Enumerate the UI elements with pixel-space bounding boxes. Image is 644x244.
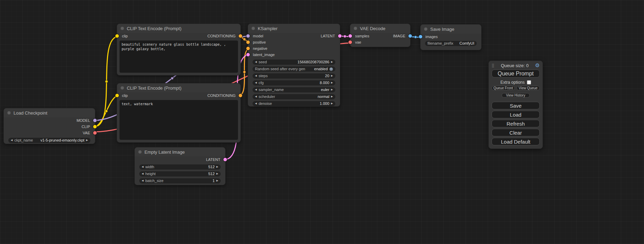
- input-port-clip[interactable]: [115, 94, 119, 97]
- load-button[interactable]: Load: [492, 111, 540, 118]
- queue-front-button[interactable]: Queue Front: [492, 86, 515, 90]
- widget-value[interactable]: 20: [325, 73, 329, 79]
- widget-filename-prefix[interactable]: filename_prefix ComfyUI: [425, 41, 477, 46]
- widget-scheduler[interactable]: ◀ scheduler normal ▶: [253, 94, 335, 99]
- node-header[interactable]: KSampler: [248, 24, 340, 33]
- node-vae-decode[interactable]: VAE Decode samples IMAGE vae: [350, 24, 411, 47]
- collapse-toggle-icon[interactable]: [121, 27, 124, 30]
- collapse-toggle-icon[interactable]: [252, 27, 255, 30]
- input-port-vae[interactable]: [349, 40, 352, 44]
- decrement-arrow-icon[interactable]: ◀: [255, 75, 257, 77]
- increment-arrow-icon[interactable]: ▶: [331, 102, 333, 105]
- increment-arrow-icon[interactable]: ▶: [331, 96, 333, 98]
- node-header[interactable]: CLIP Text Encode (Prompt): [117, 24, 240, 33]
- prompt-textarea[interactable]: beautiful scenery nature glass bottle la…: [120, 40, 238, 73]
- node-clip-text-encode-negative[interactable]: CLIP Text Encode (Prompt) clip CONDITION…: [117, 83, 241, 143]
- widget-sampler-name[interactable]: ◀ sampler_name euler ▶: [253, 87, 335, 92]
- decrement-arrow-icon[interactable]: ◀: [11, 139, 12, 142]
- graph-canvas[interactable]: Load Checkpoint MODEL CLIP VAE ◀ ckpt_na…: [0, 0, 644, 244]
- input-port-negative[interactable]: [246, 47, 250, 50]
- save-button[interactable]: Save: [492, 102, 540, 109]
- decrement-arrow-icon[interactable]: ◀: [255, 89, 257, 91]
- increment-arrow-icon[interactable]: ▶: [331, 89, 333, 91]
- increment-arrow-icon[interactable]: ▶: [217, 180, 218, 182]
- increment-arrow-icon[interactable]: ▶: [86, 139, 88, 142]
- view-queue-button[interactable]: View Queue: [517, 86, 540, 90]
- output-port-conditioning[interactable]: [239, 34, 242, 38]
- node-clip-text-encode-positive[interactable]: CLIP Text Encode (Prompt) clip CONDITION…: [117, 24, 241, 75]
- widget-value[interactable]: 512: [208, 164, 214, 170]
- increment-arrow-icon[interactable]: ▶: [217, 166, 218, 168]
- decrement-arrow-icon[interactable]: ◀: [255, 102, 257, 105]
- decrement-arrow-icon[interactable]: ◀: [142, 180, 143, 182]
- widget-random-seed-toggle[interactable]: Random seed after every gen enabled: [253, 66, 335, 72]
- node-save-image[interactable]: Save Image images filename_prefix ComfyU…: [420, 24, 482, 50]
- decrement-arrow-icon[interactable]: ◀: [142, 173, 143, 175]
- input-port-model[interactable]: [246, 34, 250, 38]
- collapse-toggle-icon[interactable]: [424, 27, 427, 31]
- queue-prompt-button[interactable]: Queue Prompt: [492, 70, 540, 78]
- node-header[interactable]: VAE Decode: [350, 24, 410, 33]
- toggle-knob-icon[interactable]: [329, 67, 333, 71]
- widget-seed[interactable]: ◀ seed 156680208700286 ▶: [253, 60, 335, 65]
- output-port-conditioning[interactable]: [239, 94, 242, 97]
- decrement-arrow-icon[interactable]: ◀: [142, 166, 143, 168]
- node-load-checkpoint[interactable]: Load Checkpoint MODEL CLIP VAE ◀ ckpt_na…: [3, 108, 95, 144]
- settings-gear-icon[interactable]: ⚙: [535, 63, 540, 68]
- collapse-toggle-icon[interactable]: [121, 86, 124, 90]
- decrement-arrow-icon[interactable]: ◀: [255, 82, 257, 84]
- node-header[interactable]: CLIP Text Encode (Prompt): [117, 83, 240, 92]
- drag-handle-icon[interactable]: ⣿: [492, 63, 494, 68]
- increment-arrow-icon[interactable]: ▶: [331, 82, 333, 84]
- widget-batch-size[interactable]: ◀ batch_size 1 ▶: [139, 178, 221, 183]
- collapse-toggle-icon[interactable]: [7, 111, 11, 115]
- decrement-arrow-icon[interactable]: ◀: [255, 61, 257, 63]
- widget-width[interactable]: ◀ width 512 ▶: [139, 164, 221, 170]
- input-port-images[interactable]: [419, 35, 422, 38]
- input-port-clip[interactable]: [115, 34, 119, 38]
- clear-button[interactable]: Clear: [492, 129, 540, 136]
- widget-denoise[interactable]: ◀ denoise 1.000 ▶: [253, 101, 335, 106]
- input-row-images: images: [421, 34, 481, 40]
- output-port-vae[interactable]: [93, 131, 97, 135]
- node-header[interactable]: Load Checkpoint: [4, 108, 95, 117]
- widget-value[interactable]: ComfyUI: [459, 41, 474, 46]
- increment-arrow-icon[interactable]: ▶: [331, 75, 333, 77]
- widget-value[interactable]: 1: [212, 178, 214, 183]
- node-empty-latent-image[interactable]: Empty Latent Image LATENT ◀ width 512 ▶ …: [134, 147, 226, 185]
- increment-arrow-icon[interactable]: ▶: [331, 61, 333, 63]
- node-header[interactable]: Empty Latent Image: [135, 147, 225, 156]
- output-port-image[interactable]: [408, 34, 412, 38]
- refresh-button[interactable]: Refresh: [492, 120, 540, 127]
- widget-value[interactable]: 156680208700286: [298, 60, 329, 65]
- widget-value[interactable]: normal: [318, 94, 329, 99]
- queue-panel-topbar[interactable]: ⣿ Queue size: 0 ⚙: [492, 63, 540, 68]
- widget-value[interactable]: enabled: [314, 66, 328, 72]
- decrement-arrow-icon[interactable]: ◀: [255, 96, 257, 98]
- node-header[interactable]: Save Image: [421, 25, 481, 34]
- output-port-latent[interactable]: [338, 34, 342, 38]
- widget-value[interactable]: 512: [208, 171, 214, 177]
- collapse-toggle-icon[interactable]: [138, 150, 142, 154]
- node-ksampler[interactable]: KSampler model LATENT positive negative …: [248, 24, 340, 107]
- input-port-latent-image[interactable]: [246, 53, 250, 56]
- widget-value[interactable]: 8.000: [320, 80, 329, 85]
- widget-height[interactable]: ◀ height 512 ▶: [139, 171, 221, 177]
- widget-value[interactable]: euler: [321, 87, 329, 92]
- extra-options-checkbox[interactable]: [527, 80, 531, 84]
- load-default-button[interactable]: Load Default: [492, 138, 540, 145]
- widget-steps[interactable]: ◀ steps 20 ▶: [253, 73, 335, 79]
- widget-ckpt-name[interactable]: ◀ ckpt_name v1-5-pruned-emaonly.ckpt ▶: [8, 138, 90, 143]
- widget-value[interactable]: 1.000: [320, 101, 329, 106]
- view-history-button[interactable]: View History: [502, 93, 530, 98]
- prompt-textarea[interactable]: text, watermark: [120, 100, 238, 140]
- input-port-positive[interactable]: [246, 40, 250, 44]
- increment-arrow-icon[interactable]: ▶: [217, 173, 218, 175]
- widget-cfg[interactable]: ◀ cfg 8.000 ▶: [253, 80, 335, 85]
- output-port-model[interactable]: [93, 119, 97, 122]
- widget-value[interactable]: v1-5-pruned-emaonly.ckpt: [41, 138, 85, 143]
- output-port-clip[interactable]: [93, 125, 97, 128]
- collapse-toggle-icon[interactable]: [354, 27, 357, 30]
- input-port-samples[interactable]: [349, 34, 352, 38]
- output-port-latent[interactable]: [223, 158, 227, 161]
